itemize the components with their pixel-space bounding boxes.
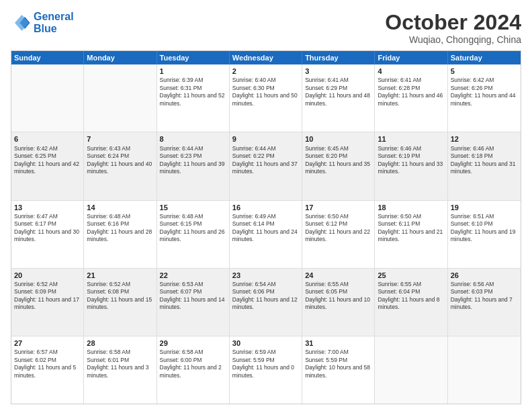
cell-info: Sunrise: 6:59 AMSunset: 5:59 PMDaylight:… <box>232 349 299 379</box>
day-of-week-saturday: Saturday <box>448 51 521 64</box>
cell-info: Sunrise: 6:50 AMSunset: 6:11 PMDaylight:… <box>378 213 444 244</box>
cell-info: Sunrise: 6:58 AMSunset: 6:01 PMDaylight:… <box>87 349 153 379</box>
day-of-week-thursday: Thursday <box>302 51 375 64</box>
day-number: 18 <box>378 203 444 212</box>
logo-icon <box>11 13 31 33</box>
cell-info: Sunrise: 6:52 AMSunset: 6:08 PMDaylight:… <box>87 281 153 312</box>
day-number: 4 <box>378 66 444 76</box>
day-number: 5 <box>451 66 518 76</box>
calendar-header: SundayMondayTuesdayWednesdayThursdayFrid… <box>11 51 521 64</box>
calendar-cell: 30Sunrise: 6:59 AMSunset: 5:59 PMDayligh… <box>230 336 302 404</box>
day-number: 9 <box>232 134 299 144</box>
cell-info: Sunrise: 6:46 AMSunset: 6:19 PMDaylight:… <box>378 145 444 176</box>
day-number: 23 <box>232 271 299 280</box>
cell-info: Sunrise: 6:43 AMSunset: 6:24 PMDaylight:… <box>87 145 153 176</box>
calendar-row-3: 13Sunrise: 6:47 AMSunset: 6:17 PMDayligh… <box>11 201 521 269</box>
title-area: October 2024 Wuqiao, Chongqing, China <box>385 11 521 45</box>
day-number: 27 <box>14 338 81 348</box>
calendar-cell: 2Sunrise: 6:40 AMSunset: 6:30 PMDaylight… <box>230 64 302 132</box>
cell-info: Sunrise: 6:44 AMSunset: 6:23 PMDaylight:… <box>160 145 226 176</box>
cell-info: Sunrise: 6:53 AMSunset: 6:07 PMDaylight:… <box>160 281 226 312</box>
cell-info: Sunrise: 6:51 AMSunset: 6:10 PMDaylight:… <box>451 213 518 244</box>
day-number: 1 <box>160 66 226 76</box>
day-of-week-sunday: Sunday <box>11 51 84 64</box>
location-subtitle: Wuqiao, Chongqing, China <box>385 34 521 45</box>
calendar-cell <box>375 336 447 404</box>
day-of-week-tuesday: Tuesday <box>157 51 230 64</box>
calendar-cell <box>84 64 157 132</box>
calendar-cell: 9Sunrise: 6:44 AMSunset: 6:22 PMDaylight… <box>230 132 302 199</box>
cell-info: Sunrise: 6:48 AMSunset: 6:15 PMDaylight:… <box>160 213 226 244</box>
cell-info: Sunrise: 6:57 AMSunset: 6:02 PMDaylight:… <box>14 349 81 379</box>
day-number: 11 <box>378 134 444 144</box>
calendar: SundayMondayTuesdayWednesdayThursdayFrid… <box>11 50 521 404</box>
calendar-row-1: 1Sunrise: 6:39 AMSunset: 6:31 PMDaylight… <box>11 64 521 132</box>
day-number: 21 <box>87 271 153 280</box>
calendar-cell: 8Sunrise: 6:44 AMSunset: 6:23 PMDaylight… <box>157 132 230 199</box>
calendar-cell: 24Sunrise: 6:55 AMSunset: 6:05 PMDayligh… <box>302 269 375 336</box>
calendar-cell: 17Sunrise: 6:50 AMSunset: 6:12 PMDayligh… <box>302 201 375 268</box>
cell-info: Sunrise: 6:41 AMSunset: 6:28 PMDaylight:… <box>378 77 444 107</box>
day-number: 26 <box>451 271 518 280</box>
calendar-cell <box>11 64 84 132</box>
calendar-cell: 1Sunrise: 6:39 AMSunset: 6:31 PMDaylight… <box>157 64 230 132</box>
calendar-row-5: 27Sunrise: 6:57 AMSunset: 6:02 PMDayligh… <box>11 336 521 404</box>
day-number: 22 <box>160 271 226 280</box>
svg-marker-1 <box>15 15 29 31</box>
cell-info: Sunrise: 7:00 AMSunset: 5:59 PMDaylight:… <box>305 349 371 379</box>
calendar-cell: 16Sunrise: 6:49 AMSunset: 6:14 PMDayligh… <box>230 201 302 268</box>
header: General Blue October 2024 Wuqiao, Chongq… <box>11 11 521 45</box>
day-number: 12 <box>451 134 518 144</box>
cell-info: Sunrise: 6:42 AMSunset: 6:25 PMDaylight:… <box>14 145 81 176</box>
cell-info: Sunrise: 6:48 AMSunset: 6:16 PMDaylight:… <box>87 213 153 244</box>
day-of-week-wednesday: Wednesday <box>230 51 302 64</box>
day-number: 24 <box>305 271 371 280</box>
calendar-cell: 18Sunrise: 6:50 AMSunset: 6:11 PMDayligh… <box>375 201 447 268</box>
calendar-row-2: 6Sunrise: 6:42 AMSunset: 6:25 PMDaylight… <box>11 132 521 200</box>
day-number: 8 <box>160 134 226 144</box>
calendar-cell: 5Sunrise: 6:42 AMSunset: 6:26 PMDaylight… <box>448 64 521 132</box>
calendar-cell: 25Sunrise: 6:55 AMSunset: 6:04 PMDayligh… <box>375 269 447 336</box>
calendar-cell: 4Sunrise: 6:41 AMSunset: 6:28 PMDaylight… <box>375 64 447 132</box>
day-number: 3 <box>305 66 371 76</box>
day-number: 31 <box>305 338 371 348</box>
day-number: 15 <box>160 203 226 212</box>
calendar-cell: 13Sunrise: 6:47 AMSunset: 6:17 PMDayligh… <box>11 201 84 268</box>
logo: General Blue <box>11 11 74 34</box>
logo-text: General Blue <box>34 11 74 34</box>
day-number: 29 <box>160 338 226 348</box>
calendar-cell: 3Sunrise: 6:41 AMSunset: 6:29 PMDaylight… <box>302 64 375 132</box>
calendar-body: 1Sunrise: 6:39 AMSunset: 6:31 PMDaylight… <box>11 64 521 404</box>
calendar-cell: 26Sunrise: 6:56 AMSunset: 6:03 PMDayligh… <box>448 269 521 336</box>
cell-info: Sunrise: 6:49 AMSunset: 6:14 PMDaylight:… <box>232 213 299 244</box>
day-number: 13 <box>14 203 81 212</box>
cell-info: Sunrise: 6:40 AMSunset: 6:30 PMDaylight:… <box>232 77 299 107</box>
day-number: 14 <box>87 203 153 212</box>
cell-info: Sunrise: 6:54 AMSunset: 6:06 PMDaylight:… <box>232 281 299 312</box>
cell-info: Sunrise: 6:41 AMSunset: 6:29 PMDaylight:… <box>305 77 371 107</box>
day-number: 2 <box>232 66 299 76</box>
calendar-cell: 10Sunrise: 6:45 AMSunset: 6:20 PMDayligh… <box>302 132 375 199</box>
day-of-week-monday: Monday <box>84 51 157 64</box>
cell-info: Sunrise: 6:42 AMSunset: 6:26 PMDaylight:… <box>451 77 518 107</box>
day-number: 6 <box>14 134 81 144</box>
cell-info: Sunrise: 6:39 AMSunset: 6:31 PMDaylight:… <box>160 77 226 107</box>
month-title: October 2024 <box>385 11 521 34</box>
calendar-cell: 22Sunrise: 6:53 AMSunset: 6:07 PMDayligh… <box>157 269 230 336</box>
calendar-page: General Blue October 2024 Wuqiao, Chongq… <box>0 0 532 411</box>
calendar-cell: 20Sunrise: 6:52 AMSunset: 6:09 PMDayligh… <box>11 269 84 336</box>
cell-info: Sunrise: 6:50 AMSunset: 6:12 PMDaylight:… <box>305 213 371 244</box>
calendar-cell: 12Sunrise: 6:46 AMSunset: 6:18 PMDayligh… <box>448 132 521 199</box>
day-of-week-friday: Friday <box>375 51 447 64</box>
cell-info: Sunrise: 6:44 AMSunset: 6:22 PMDaylight:… <box>232 145 299 176</box>
cell-info: Sunrise: 6:46 AMSunset: 6:18 PMDaylight:… <box>451 145 518 176</box>
day-number: 20 <box>14 271 81 280</box>
cell-info: Sunrise: 6:45 AMSunset: 6:20 PMDaylight:… <box>305 145 371 176</box>
day-number: 28 <box>87 338 153 348</box>
calendar-cell: 28Sunrise: 6:58 AMSunset: 6:01 PMDayligh… <box>84 336 157 404</box>
calendar-cell: 31Sunrise: 7:00 AMSunset: 5:59 PMDayligh… <box>302 336 375 404</box>
calendar-cell: 6Sunrise: 6:42 AMSunset: 6:25 PMDaylight… <box>11 132 84 199</box>
calendar-cell: 15Sunrise: 6:48 AMSunset: 6:15 PMDayligh… <box>157 201 230 268</box>
calendar-cell <box>448 336 521 404</box>
calendar-cell: 11Sunrise: 6:46 AMSunset: 6:19 PMDayligh… <box>375 132 447 199</box>
